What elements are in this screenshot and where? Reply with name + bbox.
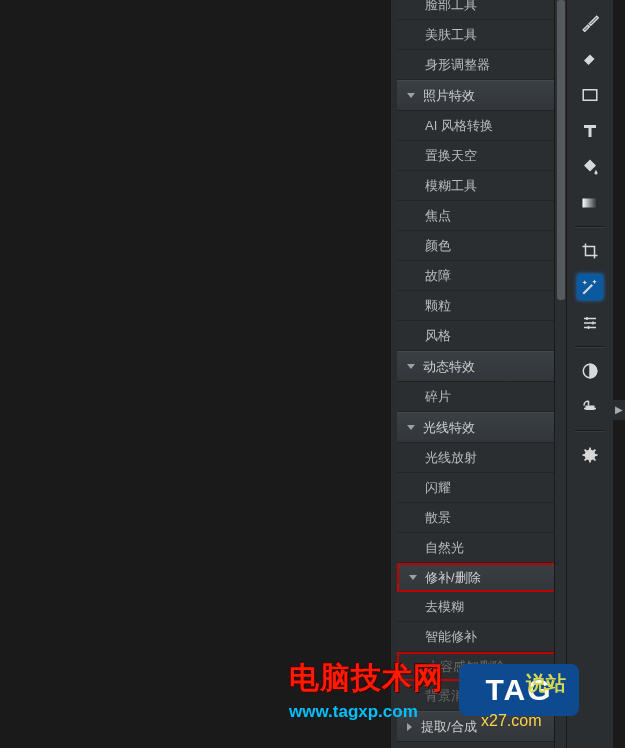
category-label: 照片特效 bbox=[423, 81, 475, 110]
sub-item-skin-tools[interactable]: 美肤工具 bbox=[397, 20, 559, 50]
sub-item-grain[interactable]: 颗粒 bbox=[397, 291, 559, 321]
label: 光线放射 bbox=[425, 450, 477, 465]
expand-panel-tab[interactable]: ▶ bbox=[612, 400, 625, 420]
sub-item-color[interactable]: 颜色 bbox=[397, 231, 559, 261]
label: 散景 bbox=[425, 510, 451, 525]
canvas-area[interactable] bbox=[0, 0, 390, 748]
sub-item-content-aware-remove[interactable]: 内容感知删除 bbox=[397, 652, 559, 681]
rectangle-tool[interactable] bbox=[577, 82, 603, 108]
sub-item-background-remove[interactable]: 背景消除 bbox=[397, 681, 559, 711]
gradient-icon bbox=[581, 194, 599, 212]
panel-scrollbar-thumb[interactable] bbox=[557, 0, 565, 300]
sub-item-shatter[interactable]: 碎片 bbox=[397, 382, 559, 412]
svg-rect-1 bbox=[583, 199, 598, 208]
label: 故障 bbox=[425, 268, 451, 283]
sub-item-bokeh[interactable]: 散景 bbox=[397, 503, 559, 533]
svg-rect-4 bbox=[591, 406, 594, 409]
label: 背景消除 bbox=[425, 688, 477, 703]
category-label: 修补/删除 bbox=[425, 565, 481, 590]
label: 身形调整器 bbox=[425, 57, 490, 72]
category-photo-effects[interactable]: 照片特效 bbox=[397, 80, 559, 111]
svg-rect-3 bbox=[586, 406, 589, 409]
sub-item-style[interactable]: 风格 bbox=[397, 321, 559, 351]
rectangle-icon bbox=[581, 86, 599, 104]
magic-wand-tool[interactable] bbox=[577, 274, 603, 300]
adjustments-icon bbox=[581, 314, 599, 332]
sub-item-body-shaper[interactable]: 身形调整器 bbox=[397, 50, 559, 80]
fill-tool[interactable] bbox=[577, 154, 603, 180]
sub-item-smart-patch[interactable]: 智能修补 bbox=[397, 622, 559, 652]
label: 自然光 bbox=[425, 540, 464, 555]
chevron-down-icon bbox=[407, 364, 415, 369]
sub-item-face-tools[interactable]: 脸部工具 bbox=[397, 0, 559, 20]
svg-rect-0 bbox=[583, 90, 597, 101]
category-dynamic-effects[interactable]: 动态特效 bbox=[397, 351, 559, 382]
gear-icon bbox=[581, 446, 599, 464]
magic-wand-icon bbox=[581, 278, 599, 296]
chevron-right-icon: ▶ bbox=[615, 404, 623, 415]
label: 脸部工具 bbox=[425, 0, 477, 12]
toolbar-separator bbox=[575, 346, 605, 348]
label: 美肤工具 bbox=[425, 27, 477, 42]
fill-icon bbox=[581, 158, 599, 176]
category-label: 动态特效 bbox=[423, 352, 475, 381]
sub-item-natural-light[interactable]: 自然光 bbox=[397, 533, 559, 563]
sub-item-replace-sky[interactable]: 置换天空 bbox=[397, 141, 559, 171]
label: AI 风格转换 bbox=[425, 118, 493, 133]
eraser-icon bbox=[581, 50, 599, 68]
category-label: 光线特效 bbox=[423, 413, 475, 442]
sub-item-blur-tools[interactable]: 模糊工具 bbox=[397, 171, 559, 201]
label: 模糊工具 bbox=[425, 178, 477, 193]
chevron-right-icon bbox=[407, 723, 412, 731]
toolbar-separator bbox=[575, 226, 605, 228]
contrast-tool[interactable] bbox=[577, 358, 603, 384]
adjustments-tool[interactable] bbox=[577, 310, 603, 336]
contrast-circle-icon bbox=[581, 362, 599, 380]
toolbar-separator bbox=[575, 430, 605, 432]
effects-panel: 脸部工具 美肤工具 身形调整器 照片特效 AI 风格转换 置换天空 模糊工具 焦… bbox=[390, 0, 566, 748]
label: 颗粒 bbox=[425, 298, 451, 313]
crop-tool[interactable] bbox=[577, 238, 603, 264]
chevron-down-icon bbox=[407, 93, 415, 98]
sub-item-sparkle[interactable]: 闪耀 bbox=[397, 473, 559, 503]
sub-item-light-rays[interactable]: 光线放射 bbox=[397, 443, 559, 473]
label: 风格 bbox=[425, 328, 451, 343]
category-light-effects[interactable]: 光线特效 bbox=[397, 412, 559, 443]
label: 碎片 bbox=[425, 389, 451, 404]
label: 焦点 bbox=[425, 208, 451, 223]
label: 内容感知删除 bbox=[427, 659, 505, 674]
chevron-down-icon bbox=[409, 575, 417, 580]
category-repair-remove[interactable]: 修补/删除 bbox=[397, 563, 559, 592]
eraser-tool[interactable] bbox=[577, 46, 603, 72]
right-toolbar bbox=[566, 0, 613, 748]
brush-tool[interactable] bbox=[577, 10, 603, 36]
sub-item-focus[interactable]: 焦点 bbox=[397, 201, 559, 231]
brush-icon bbox=[581, 14, 599, 32]
align-icon bbox=[581, 398, 599, 416]
chevron-down-icon bbox=[407, 425, 415, 430]
sub-item-deblur[interactable]: 去模糊 bbox=[397, 592, 559, 622]
gradient-tool[interactable] bbox=[577, 190, 603, 216]
label: 颜色 bbox=[425, 238, 451, 253]
sub-item-ai-style[interactable]: AI 风格转换 bbox=[397, 111, 559, 141]
category-extract-compose[interactable]: 提取/合成 bbox=[397, 711, 559, 742]
sub-item-glitch[interactable]: 故障 bbox=[397, 261, 559, 291]
text-icon bbox=[581, 122, 599, 140]
label: 智能修补 bbox=[425, 629, 477, 644]
label: 去模糊 bbox=[425, 599, 464, 614]
align-tool[interactable] bbox=[577, 394, 603, 420]
text-tool[interactable] bbox=[577, 118, 603, 144]
label: 置换天空 bbox=[425, 148, 477, 163]
label: 闪耀 bbox=[425, 480, 451, 495]
settings-tool[interactable] bbox=[577, 442, 603, 468]
category-label: 提取/合成 bbox=[421, 712, 477, 741]
crop-icon bbox=[581, 242, 599, 260]
